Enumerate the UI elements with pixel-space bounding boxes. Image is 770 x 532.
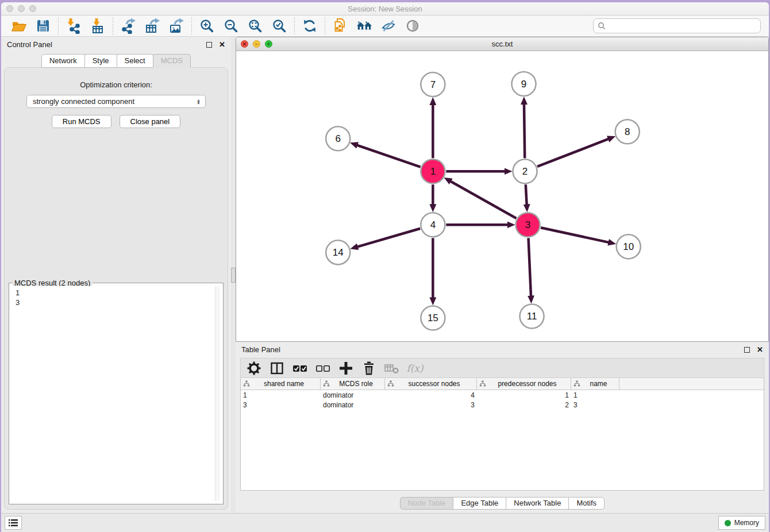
- delete-table-button[interactable]: [383, 360, 401, 376]
- export-table-button[interactable]: [140, 17, 164, 35]
- zoom-out-icon: [223, 18, 239, 34]
- deselect-all-icon: [315, 361, 330, 376]
- window-title: Session: New Session: [1, 5, 769, 13]
- export-image-icon: [168, 18, 184, 34]
- tab-network-table[interactable]: Network Table: [506, 497, 569, 510]
- cell[interactable]: 2: [477, 401, 571, 409]
- node-label-15: 15: [428, 313, 438, 324]
- cell[interactable]: 3: [241, 401, 321, 409]
- table-row[interactable]: 3dominator323: [241, 400, 764, 410]
- function-builder-button[interactable]: f(x): [406, 360, 424, 376]
- zoom-out-button[interactable]: [219, 17, 243, 35]
- select-stepper-icon: ▲▼: [197, 99, 202, 105]
- search-box[interactable]: [593, 18, 761, 33]
- column-type-icon: [323, 380, 330, 387]
- column-header-MCDS-role[interactable]: MCDS role: [321, 378, 385, 390]
- cell[interactable]: 1: [477, 391, 571, 399]
- cell[interactable]: dominator: [321, 391, 385, 399]
- network-minimize-icon[interactable]: −: [253, 40, 260, 48]
- close-table-panel-icon[interactable]: ✕: [757, 345, 763, 354]
- edge-2-8[interactable]: [537, 138, 609, 166]
- gear-icon: [247, 361, 261, 375]
- run-mcds-button[interactable]: Run MCDS: [52, 115, 111, 128]
- import-network-button[interactable]: [61, 17, 86, 35]
- tab-edge-table[interactable]: Edge Table: [453, 497, 506, 510]
- delete-column-button[interactable]: [360, 360, 378, 376]
- close-panel-icon[interactable]: ✕: [219, 40, 225, 49]
- tab-mcds[interactable]: MCDS: [153, 54, 191, 68]
- hide-selected-button[interactable]: [376, 17, 401, 35]
- column-header-shared-name[interactable]: shared name: [241, 378, 321, 390]
- export-image-button[interactable]: [164, 17, 188, 35]
- show-all-button[interactable]: [401, 17, 425, 35]
- table-settings-button[interactable]: [245, 360, 263, 376]
- tab-network[interactable]: Network: [41, 54, 85, 68]
- cell[interactable]: 3: [571, 401, 619, 409]
- network-graph[interactable]: 1234678910111415: [236, 51, 768, 342]
- titlebar: Session: New Session: [1, 2, 769, 16]
- node-label-4: 4: [430, 219, 436, 230]
- close-panel-button[interactable]: Close panel: [120, 115, 181, 128]
- column-header-successor-nodes[interactable]: successor nodes: [385, 378, 477, 390]
- export-network-button[interactable]: [116, 17, 140, 35]
- tab-motifs[interactable]: Motifs: [568, 497, 605, 510]
- import-table-button[interactable]: [86, 17, 110, 35]
- node-label-10: 10: [623, 241, 634, 252]
- criterion-select[interactable]: strongly connected component ▲▼: [26, 95, 206, 108]
- mcds-result-line: 1: [16, 288, 220, 298]
- network-canvas[interactable]: 1234678910111415: [236, 51, 768, 342]
- function-builder-icon: f(x): [406, 363, 423, 374]
- split-view-button[interactable]: [268, 360, 286, 376]
- add-icon: [338, 361, 353, 376]
- edge-3-1[interactable]: [450, 181, 516, 218]
- add-column-button[interactable]: [337, 360, 355, 376]
- import-network-icon: [66, 18, 82, 34]
- cell[interactable]: 3: [385, 401, 477, 409]
- panel-splitter[interactable]: [231, 37, 236, 513]
- float-panel-icon[interactable]: [206, 42, 212, 48]
- toolbar-separator: [58, 17, 59, 34]
- cell[interactable]: 4: [385, 391, 477, 399]
- cell[interactable]: 1: [571, 391, 619, 399]
- zoom-in-button[interactable]: [195, 17, 219, 35]
- mcds-result-text[interactable]: 13: [12, 286, 220, 501]
- task-history-button[interactable]: [5, 516, 22, 530]
- status-bar: Memory: [1, 513, 769, 532]
- save-session-icon: [35, 18, 51, 34]
- zoom-selected-button[interactable]: [267, 17, 291, 35]
- network-zoom-icon[interactable]: +: [265, 40, 272, 48]
- duplicate-network-button[interactable]: [328, 17, 352, 35]
- edge-2-3[interactable]: [526, 184, 527, 205]
- cell[interactable]: 1: [241, 391, 321, 399]
- tab-node-table[interactable]: Node Table: [400, 497, 454, 510]
- network-window-titlebar: ✕ − + scc.txt: [236, 37, 768, 51]
- open-session-button[interactable]: [7, 17, 31, 35]
- edge-2-9[interactable]: [524, 103, 525, 158]
- table-panel: Table Panel ✕: [236, 342, 769, 513]
- edge-3-10[interactable]: [541, 228, 609, 242]
- tab-select[interactable]: Select: [117, 54, 153, 68]
- edge-3-11[interactable]: [529, 238, 531, 296]
- edge-1-6[interactable]: [356, 145, 420, 167]
- table-panel-title: Table Panel: [241, 345, 744, 354]
- table-body: 1dominator4113dominator323: [241, 390, 764, 410]
- float-table-panel-icon[interactable]: [744, 347, 750, 353]
- edge-4-14[interactable]: [357, 229, 420, 247]
- splitter-handle[interactable]: [231, 268, 236, 283]
- node-label-9: 9: [521, 79, 526, 90]
- first-neighbors-button[interactable]: [352, 17, 376, 35]
- memory-button[interactable]: Memory: [718, 516, 765, 530]
- zoom-fit-button[interactable]: [243, 17, 267, 35]
- tab-style[interactable]: Style: [84, 54, 117, 68]
- save-session-button[interactable]: [31, 17, 55, 35]
- cell[interactable]: dominator: [321, 401, 385, 409]
- refresh-button[interactable]: [298, 17, 322, 35]
- search-input[interactable]: [606, 22, 756, 30]
- column-header-predecessor-nodes[interactable]: predecessor nodes: [477, 378, 571, 390]
- table-row[interactable]: 1dominator411: [241, 390, 764, 400]
- mcds-result-scrollbar[interactable]: [215, 286, 220, 501]
- deselect-all-button[interactable]: [314, 360, 332, 376]
- network-close-icon[interactable]: ✕: [241, 40, 248, 48]
- column-header-name[interactable]: name: [571, 378, 619, 390]
- select-all-button[interactable]: [291, 360, 309, 376]
